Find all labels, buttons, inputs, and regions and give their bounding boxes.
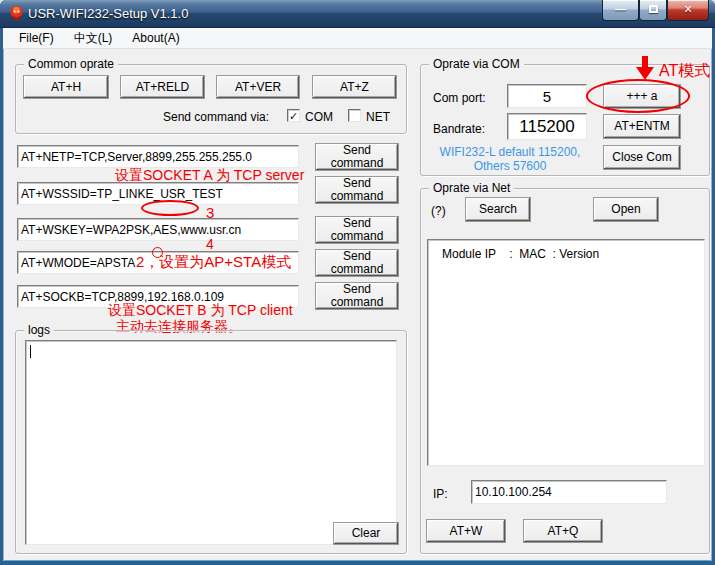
maximize-icon (649, 5, 658, 13)
oprate-via-net-title: Oprate via Net (429, 181, 514, 195)
send-command-button-5[interactable]: Send command (315, 282, 399, 310)
window-title: USR-WIFI232-Setup V1.1.0 (28, 6, 188, 21)
send-command-button-2[interactable]: Send command (315, 176, 399, 204)
at-z-button[interactable]: AT+Z (312, 75, 397, 99)
net-checkbox[interactable] (348, 109, 361, 122)
com-port-label: Com port: (433, 91, 486, 105)
send-via-label: Send command via: (163, 110, 269, 124)
check-icon: ✓ (289, 110, 298, 122)
common-oprate-title: Common oprate (24, 57, 118, 71)
open-button[interactable]: Open (593, 197, 659, 222)
com-checkbox-label: COM (305, 110, 333, 124)
clear-button[interactable]: Clear (333, 522, 399, 545)
close-button[interactable]: ✕ (667, 0, 709, 21)
annotation-socket-a: 设置SOCKET A 为 TCP server (115, 167, 304, 185)
at-q-button[interactable]: AT+Q (523, 519, 603, 543)
annotation-ellipse-wsssid (141, 200, 199, 216)
app-icon (8, 5, 25, 22)
bandrate-hint-line2: Others 57600 (425, 159, 595, 173)
module-list[interactable]: Module IP : MAC : Version (427, 239, 705, 466)
com-checkbox[interactable]: ✓ (287, 109, 300, 122)
annotation-ellipse-plus-a (586, 79, 690, 113)
module-list-header: Module IP : MAC : Version (428, 240, 704, 261)
send-command-button-4[interactable]: Send command (315, 249, 399, 277)
ip-input[interactable] (471, 480, 667, 504)
red-arrow-down-icon (636, 56, 654, 81)
command-input-wskey[interactable] (17, 218, 299, 241)
at-entm-button[interactable]: AT+ENTM (603, 114, 681, 139)
close-icon: ✕ (683, 3, 692, 15)
ip-label: IP: (433, 487, 448, 501)
send-command-button-1[interactable]: Send command (315, 143, 399, 171)
bandrate-input[interactable] (507, 113, 587, 140)
at-ver-button[interactable]: AT+VER (216, 75, 300, 99)
menu-about[interactable]: About(A) (124, 29, 187, 47)
annotation-circle-wmode (152, 247, 163, 258)
minimize-icon: — (615, 3, 626, 15)
menu-language[interactable]: 中文(L) (66, 28, 121, 49)
at-reld-button[interactable]: AT+RELD (120, 75, 205, 99)
text-caret (30, 345, 31, 358)
send-command-button-3[interactable]: Send command (315, 216, 399, 244)
net-help-label[interactable]: (?) (431, 204, 446, 218)
logs-title: logs (24, 323, 54, 337)
at-h-button[interactable]: AT+H (23, 75, 109, 99)
menu-file[interactable]: File(F) (11, 29, 62, 47)
menu-bar: File(F) 中文(L) About(A) (3, 28, 712, 49)
minimize-button[interactable]: — (602, 0, 639, 21)
command-input-netp[interactable] (17, 145, 299, 168)
com-port-input[interactable] (507, 84, 587, 108)
bandrate-label: Bandrate: (433, 122, 485, 136)
maximize-button[interactable] (639, 0, 667, 21)
bandrate-hint-line1: WIFI232-L default 115200, (425, 145, 595, 159)
close-com-button[interactable]: Close Com (603, 145, 681, 170)
annotation-number-3: 3 (206, 204, 214, 221)
app-window: USR-WIFI232-Setup V1.1.0 — ✕ File(F) 中文(… (0, 0, 715, 565)
net-checkbox-label: NET (366, 110, 390, 124)
logs-textarea[interactable] (25, 340, 397, 545)
title-bar[interactable]: USR-WIFI232-Setup V1.1.0 — ✕ (0, 0, 715, 28)
annotation-number-4: 4 (206, 236, 214, 252)
at-w-button[interactable]: AT+W (426, 519, 506, 543)
search-button[interactable]: Search (465, 197, 531, 222)
oprate-via-com-title: Oprate via COM (429, 57, 524, 71)
annotation-at-mode: AT模式 (659, 61, 710, 82)
